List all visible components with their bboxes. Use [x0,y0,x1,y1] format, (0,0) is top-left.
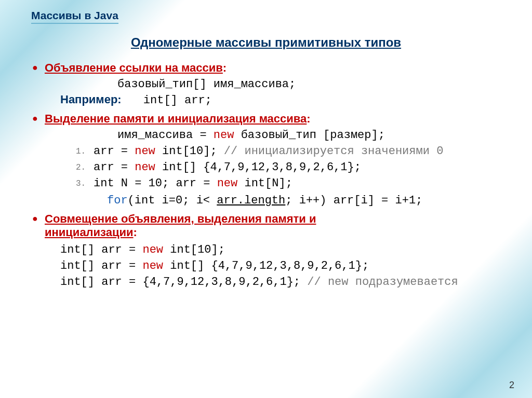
keyword-for: for [107,194,128,207]
slide: Массивы в Java Одномерные массивы примит… [0,0,532,398]
example-label: Например: [60,93,122,106]
arr-length: arr.length [217,194,285,207]
breadcrumb: Массивы в Java [31,9,118,24]
heading-declaration: Объявление ссылки на массив [45,61,223,74]
example-code: int[] arr; [143,94,212,107]
num-3: 3. [76,179,86,188]
syntax-post: базовый_тип [размер]; [234,129,384,142]
code-1: arr = new int[10]; // инициализируется з… [94,145,443,158]
heading-allocation: Выделение памяти и инициализация массива [45,112,307,125]
comment-new-implied: // new подразумевается [307,276,458,289]
example-1: 1. arr = new int[10]; // инициализируетс… [76,145,501,158]
section-allocation: Выделение памяти и инициализация массива… [31,112,501,207]
example-declaration: Например: int[] arr; [60,93,501,107]
code-2: arr = new int[] {4,7,9,12,3,8,9,2,6,1}; [94,161,361,174]
numbered-examples: 1. arr = new int[10]; // инициализируетс… [76,145,501,190]
num-1: 1. [76,147,86,156]
example-3: 3. int N = 10; arr = new int[N]; [76,177,501,190]
heading-combined-a: Совмещение объявления, выделения памяти … [45,212,316,225]
page-number: 2 [509,380,514,391]
combined-3: int[] arr = {4,7,9,12,3,8,9,2,6,1}; // n… [60,276,501,289]
code-3: int N = 10; arr = new int[N]; [94,177,292,190]
for-loop-line: for(int i=0; i< arr.length; i++) arr[i] … [107,194,501,207]
heading-combined-b: инициализации [45,226,134,239]
example-2: 2. arr = new int[] {4,7,9,12,3,8,9,2,6,1… [76,161,501,174]
combined-2: int[] arr = new int[] {4,7,9,12,3,8,9,2,… [60,259,501,272]
syntax-declaration: базовый_тип[] имя_массива; [117,78,501,91]
combined-1: int[] arr = new int[10]; [60,243,501,256]
section-declaration: Объявление ссылки на массив: базовый_тип… [31,61,501,107]
content-list: Объявление ссылки на массив: базовый_тип… [31,61,501,289]
section-combined: Совмещение объявления, выделения памяти … [31,212,501,289]
syntax-pre: имя_массива = [117,129,214,142]
slide-title: Одномерные массивы примитивных типов [31,35,501,50]
combined-examples: int[] arr = new int[10]; int[] arr = new… [60,243,501,289]
num-2: 2. [76,163,86,172]
syntax-allocation: имя_массива = new базовый_тип [размер]; [117,129,501,142]
comment-1: // инициализируется значениями 0 [224,145,443,158]
keyword-new: new [214,129,234,142]
